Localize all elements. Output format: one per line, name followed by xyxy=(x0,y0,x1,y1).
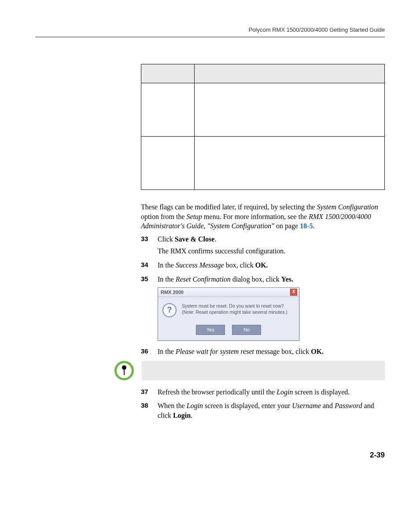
flags-table xyxy=(141,64,385,190)
pin-icon xyxy=(114,361,134,380)
step-35: 35 In the Reset Confirmation dialog box,… xyxy=(141,275,385,341)
step-37: 37 Refresh the browser periodically unti… xyxy=(141,387,385,397)
step-38: 38 When the Login screen is displayed, e… xyxy=(141,401,385,420)
flags-explainer: These flags can be modified later, if re… xyxy=(141,202,385,231)
close-icon[interactable]: X xyxy=(290,289,297,296)
dialog-title-text: RMX 2000 xyxy=(161,289,184,296)
yes-button[interactable]: Yes xyxy=(196,325,225,335)
step-36: 36 In the Please wait for system reset m… xyxy=(141,347,385,357)
dialog-titlebar: RMX 2000 X xyxy=(158,288,299,297)
note-band xyxy=(142,361,385,380)
dialog-message: System must be reset. Do you want to res… xyxy=(182,303,287,315)
header-rule xyxy=(35,37,385,37)
step-34: 34 In the Success Message box, click OK. xyxy=(141,260,385,270)
reset-confirmation-dialog: RMX 2000 X ? System must be reset. Do yo… xyxy=(158,287,299,341)
content-area: These flags can be modified later, if re… xyxy=(141,64,385,420)
question-icon: ? xyxy=(162,303,177,317)
page-link-18-5[interactable]: 18-5 xyxy=(300,222,313,230)
page-header: Polycom RMX 1500/2000/4000 Getting Start… xyxy=(35,26,385,33)
step-33: 33 Click Save & Close. The RMX confirms … xyxy=(141,234,385,256)
page-number: 2-39 xyxy=(35,451,385,460)
no-button[interactable]: No xyxy=(232,325,261,335)
